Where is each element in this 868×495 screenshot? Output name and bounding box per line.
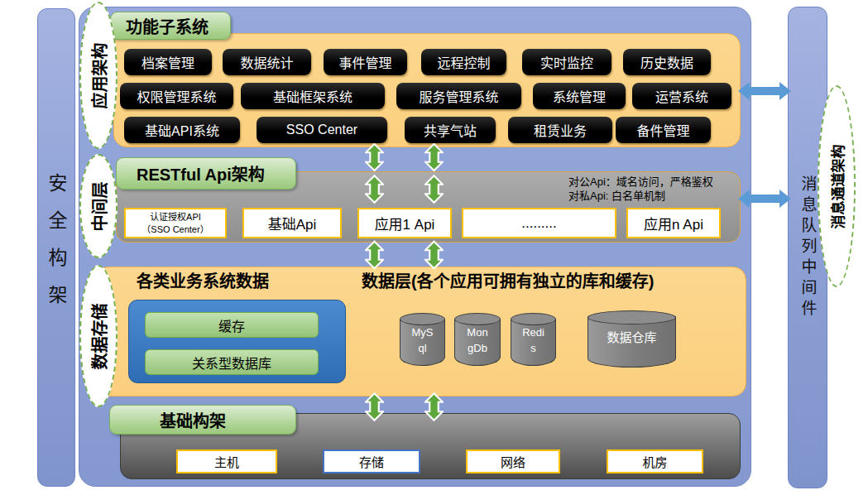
app-box-statistics: 数据统计	[223, 49, 311, 75]
green-updown-arrow-icon	[365, 143, 384, 171]
base-box-host: 主机	[176, 449, 277, 473]
middle-layer-ellipse: 中间层	[79, 154, 117, 258]
api-box-auth-line1: 认证授权API	[150, 211, 201, 223]
green-updown-arrow-icon	[424, 174, 444, 204]
base-box-storage: 存储	[323, 449, 420, 473]
cylinder-top	[511, 313, 556, 325]
functional-subsystem-title: 功能子系统	[110, 12, 231, 40]
app-box-archive: 档案管理	[124, 49, 212, 75]
message-channel-ellipse: 消息通道架构	[818, 85, 856, 287]
data-layer-title: 数据层(各个应用可拥有独立的库和缓存)	[362, 268, 654, 292]
data-storage-ellipse: 数据存储	[79, 265, 117, 407]
application-architecture-label: 应用架构	[87, 42, 111, 108]
security-architecture-bar: 安全构架	[37, 8, 75, 487]
app-box-spare-parts: 备件管理	[616, 117, 711, 143]
restful-api-title: RESTful Api架构	[116, 157, 296, 190]
api-box-appn: 应用n Api	[626, 208, 721, 238]
green-updown-arrow-icon	[424, 240, 444, 270]
cylinder-data-warehouse: 数据仓库	[587, 310, 676, 368]
security-architecture-label: 安全构架	[38, 9, 74, 486]
data-storage-label: 数据存储	[87, 303, 111, 369]
app-box-sso-center: SSO Center	[257, 117, 387, 143]
base-box-server-room: 机房	[607, 449, 703, 473]
middle-layer-label: 中间层	[87, 181, 111, 231]
cylinder-top	[454, 313, 501, 325]
cylinder-mysql-line2: ql	[400, 341, 445, 357]
blue-leftright-arrow-icon	[737, 79, 792, 103]
app-box-shared-gas-station: 共享气站	[405, 117, 496, 143]
blue-leftright-arrow-icon	[737, 186, 792, 211]
cylinder-data-warehouse-label: 数据仓库	[587, 329, 676, 347]
app-box-realtime-monitor: 实时监控	[522, 49, 611, 75]
cylinder-mysql-label: MyS ql	[400, 325, 445, 357]
cylinder-redis-label: Redi s	[511, 325, 556, 357]
cylinder-mongodb-label: Mon gDb	[454, 325, 501, 357]
cylinder-top	[587, 310, 676, 324]
cylinder-data-warehouse-line1: 数据仓库	[587, 329, 676, 347]
cylinder-mysql-line1: MyS	[400, 325, 445, 341]
cylinder-top	[400, 313, 445, 325]
api-box-auth-line2: （SSO Center）	[141, 223, 209, 236]
app-box-framework-system: 基础框架系统	[241, 83, 385, 109]
cache-bar: 缓存	[145, 312, 319, 338]
cylinder-redis: Redi s	[511, 313, 556, 366]
green-updown-arrow-icon	[365, 174, 384, 204]
relational-db-bar: 关系型数据库	[145, 349, 319, 375]
api-box-auth: 认证授权API （SSO Center）	[124, 208, 227, 238]
app-box-history-data: 历史数据	[623, 49, 711, 75]
cylinder-mongodb-line1: Mon	[454, 325, 501, 341]
message-channel-label: 消息通道架构	[827, 144, 847, 228]
app-box-remote-control: 远程控制	[421, 49, 506, 75]
green-updown-arrow-icon	[365, 240, 384, 270]
business-data-title: 各类业务系统数据	[137, 268, 269, 292]
app-box-system-mgmt: 系统管理	[533, 83, 626, 109]
api-policy-note: 对公Api：域名访问，严格鉴权 对私Api: 白名单机制	[568, 175, 713, 203]
app-box-event: 事件管理	[324, 49, 407, 75]
cylinder-mongodb-line2: gDb	[454, 341, 501, 357]
app-box-permission-system: 权限管理系统	[120, 83, 233, 109]
cylinder-mysql: MyS ql	[400, 313, 445, 366]
api-box-ellipsis: .........	[462, 208, 616, 238]
api-note-public: 对公Api：域名访问，严格鉴权	[568, 175, 713, 189]
infrastructure-title: 基础构架	[109, 405, 296, 435]
api-box-base: 基础Api	[242, 208, 342, 238]
cylinder-redis-line2: s	[511, 341, 556, 357]
app-box-operation-system: 运营系统	[632, 83, 731, 109]
cylinder-redis-line1: Redi	[511, 325, 556, 341]
cylinder-mongodb: Mon gDb	[454, 313, 501, 366]
app-box-base-api-system: 基础API系统	[124, 117, 240, 143]
green-updown-arrow-icon	[365, 392, 384, 422]
app-box-service-mgmt-system: 服务管理系统	[396, 83, 521, 109]
green-updown-arrow-icon	[424, 392, 444, 422]
app-box-leasing-business: 租赁业务	[508, 117, 612, 143]
api-box-app1: 应用1 Api	[357, 208, 452, 238]
architecture-diagram: 安全构架 消息队列中间件 功能子系统 档案管理 数据统计 事件管理 远程控制 实…	[0, 0, 868, 495]
green-updown-arrow-icon	[424, 143, 444, 171]
base-box-network: 网络	[466, 449, 560, 473]
application-architecture-ellipse: 应用架构	[79, 2, 117, 149]
api-note-private: 对私Api: 白名单机制	[568, 189, 713, 203]
